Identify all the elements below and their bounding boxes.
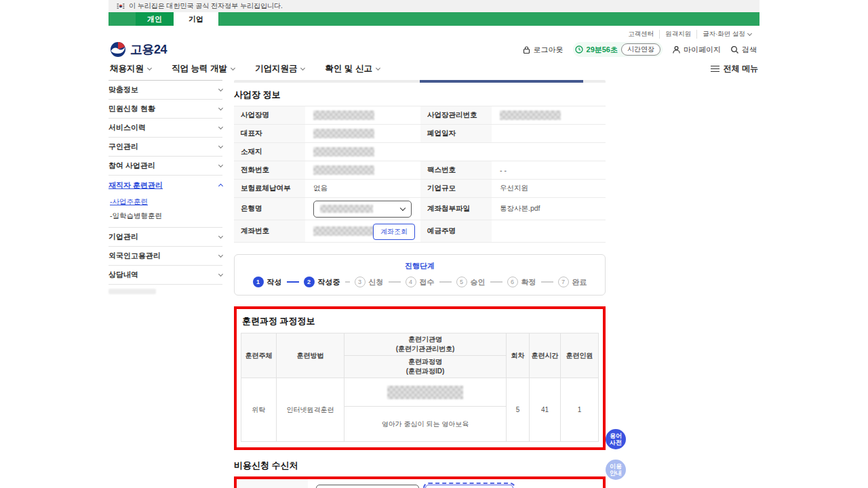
glossary-button[interactable]: 용어 사전 [606, 429, 626, 449]
nav-item-vocational[interactable]: 직업 능력 개발 [172, 63, 235, 75]
section-title-cost: 비용신청 수신처 [234, 460, 606, 472]
table-row: 은행명 계좌첨부파일 통장사본.pdf [234, 198, 606, 220]
sidebar-subitem-employer-training[interactable]: -사업주훈련 [108, 195, 222, 209]
sidebar-item-program-mgmt[interactable]: 참여 사업관리 [108, 157, 222, 176]
link-customer-center[interactable]: 고객센터 [623, 30, 660, 39]
main-nav: 채용지원 직업 능력 개발 기업지원금 확인 및 신고 전체 메뉴 [108, 62, 760, 80]
chevron-down-icon [218, 105, 223, 110]
chevron-down-icon [231, 65, 235, 70]
cell-course-name: 영아가 중심이 되는 영아보육 [344, 407, 507, 442]
step-complete: 7완료 [558, 277, 587, 287]
chevron-down-icon [218, 143, 223, 148]
sidebar-item-label: 맞춤정보 [108, 85, 138, 95]
sidebar-item-label: 서비스이력 [108, 123, 146, 133]
nav-item-recruit[interactable]: 채용지원 [110, 63, 151, 75]
field-label: 기업규모 [420, 180, 492, 198]
main-panel: 사업장 정보 사업장명 사업장관리번호 대표자 폐업일자 소재지 [234, 80, 606, 488]
sidebar-subitem-work-learning[interactable]: -일학습병행훈련 [108, 209, 222, 223]
table-row: 계좌번호 계좌조회 예금주명 [234, 220, 606, 243]
gov-emblem-icon [110, 41, 126, 58]
table-row: 보험료체납여부 없음 기업규모 우선지원 [234, 180, 606, 198]
field-value-redacted [305, 106, 420, 125]
account-check-button[interactable]: 계좌조회 [373, 224, 415, 240]
step-label: 승인 [471, 277, 486, 287]
field-label: 은행명 [234, 198, 305, 220]
sidebar-item-incumbent-training[interactable]: 재직자 훈련관리 [108, 176, 222, 195]
all-menu-button[interactable]: 전체 메뉴 [711, 63, 758, 75]
redacted-value [500, 110, 561, 120]
korea-flag-icon [117, 3, 125, 9]
cell-hours: 41 [530, 378, 561, 442]
clock-icon [575, 45, 583, 54]
link-display-settings[interactable]: 글자·화면 설정 [697, 30, 757, 39]
sidebar-subgroup: -사업주훈련 -일학습병행훈련 [108, 195, 222, 228]
step-number: 5 [456, 277, 467, 287]
extend-time-button[interactable]: 시간연장 [621, 43, 660, 56]
tab-business[interactable]: 기업 [174, 12, 218, 26]
field-value [492, 125, 606, 143]
redacted-value [313, 226, 374, 236]
step-connector [389, 281, 401, 283]
sidebar-item-company-mgmt[interactable]: 기업관리 [108, 228, 222, 247]
sidebar-item-label: 외국인고용관리 [108, 251, 161, 261]
gov-notice-bar: 이 누리집은 대한민국 공식 전자정부 누리집입니다. [108, 0, 760, 12]
sidebar: 맞춤정보 민원신청 현황 서비스이력 구인관리 참여 사업관리 재직자 훈련관리… [108, 80, 222, 488]
region-district-select[interactable]: 관악구 [425, 485, 513, 488]
col-header-line: (훈련기관관리번호) [346, 344, 505, 354]
redacted-value [320, 205, 373, 213]
tab-personal[interactable]: 개인 [136, 12, 174, 26]
sidebar-item-consultation[interactable]: 상담내역 [108, 266, 222, 285]
sidebar-item-foreign-employment[interactable]: 외국인고용관리 [108, 247, 222, 266]
person-icon [672, 45, 681, 54]
cell-org-redacted [344, 378, 507, 407]
bank-select[interactable] [313, 201, 412, 218]
nav-item-report[interactable]: 확인 및 신고 [325, 63, 379, 75]
section-title-course-info: 훈련과정 과정정보 [242, 315, 599, 327]
col-header: 훈련과정명(훈련과정ID) [344, 356, 507, 378]
nav-label: 기업지원금 [255, 63, 298, 75]
progress-title: 진행단계 [240, 261, 599, 271]
mypage-label: 마이페이지 [684, 45, 721, 55]
chevron-down-icon [147, 65, 152, 70]
field-value-redacted [305, 161, 420, 180]
site-logo[interactable]: 고용24 [110, 41, 167, 58]
field-label: 소재지 [234, 143, 305, 161]
mypage-button[interactable]: 마이페이지 [672, 45, 721, 55]
chevron-down-icon [300, 65, 305, 70]
step-connector [345, 281, 350, 283]
hamburger-icon [711, 66, 719, 72]
step-approve: 5승인 [456, 277, 486, 287]
table-row: 전화번호 팩스번호 - - [234, 161, 606, 180]
field-label: 계좌첨부파일 [420, 198, 492, 220]
sidebar-item-custom-info[interactable]: 맞춤정보 [108, 81, 222, 100]
search-button[interactable]: 검색 [730, 45, 757, 55]
step-writing: 2작성중 [304, 277, 340, 287]
chevron-down-icon [747, 30, 752, 35]
logout-button[interactable]: 로그아웃 [522, 45, 564, 55]
field-value-redacted [305, 143, 606, 161]
sidebar-item-label: 참여 사업관리 [108, 161, 155, 171]
course-info-highlight: 훈련과정 과정정보 훈련주체 훈련방법 훈련기관명(훈련기관관리번호) 회차 훈… [234, 306, 606, 450]
step-label: 완료 [572, 277, 587, 287]
col-header: 훈련인원 [561, 333, 599, 378]
step-write: 1작성 [253, 277, 282, 287]
sidebar-item-service-history[interactable]: 서비스이력 [108, 119, 222, 138]
sidebar-item-job-posting[interactable]: 구인관리 [108, 138, 222, 157]
sidebar-item-civil-status[interactable]: 민원신청 현황 [108, 100, 222, 119]
col-header: 훈련주체 [241, 333, 277, 378]
progress-steps: 1작성 2작성중 3신청 4접수 5승인 6확정 7완료 [240, 277, 599, 287]
page: 이 누리집은 대한민국 공식 전자정부 누리집입니다. 개인 기업 고객센터 원… [108, 0, 760, 488]
link-remote-support[interactable]: 원격지원 [660, 30, 697, 39]
course-table: 훈련주체 훈련방법 훈련기관명(훈련기관관리번호) 회차 훈련시간 훈련인원 훈… [241, 333, 599, 442]
nav-item-subsidy[interactable]: 기업지원금 [255, 63, 305, 75]
header: 고객센터 원격지원 글자·화면 설정 고용24 로그아웃 [108, 26, 760, 80]
step-number: 7 [558, 277, 569, 287]
region-city-select[interactable]: 서울 [316, 485, 419, 488]
cell-subject: 위탁 [241, 378, 277, 442]
cell-round: 5 [507, 378, 530, 442]
guide-label-line2: 안내 [610, 470, 622, 476]
usage-guide-button[interactable]: 이용 안내 [606, 460, 626, 480]
col-header: 회차 [507, 333, 530, 378]
guide-label-line1: 이용 [610, 463, 622, 470]
step-connector [490, 281, 502, 283]
